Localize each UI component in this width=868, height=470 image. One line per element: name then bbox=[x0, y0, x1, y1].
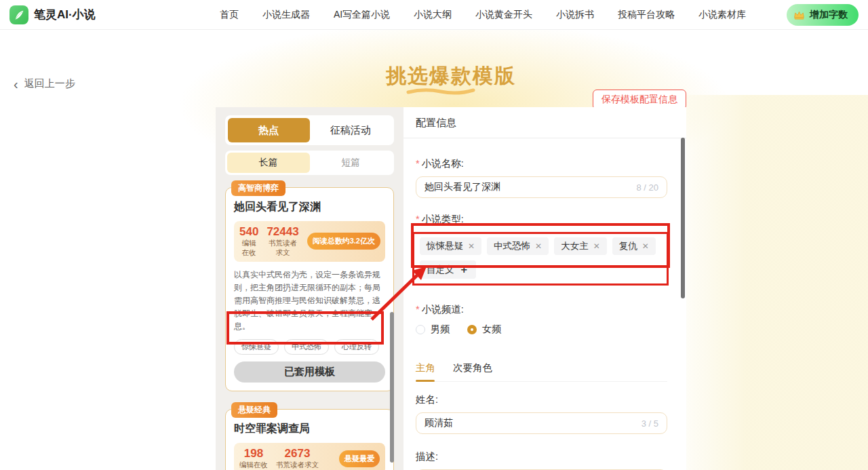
card-title: 她回头看见了深渊 bbox=[234, 200, 385, 214]
channel-label: 小说频道: bbox=[422, 304, 464, 315]
title-block: 挑选爆款模版 bbox=[216, 62, 686, 90]
type-tag-thriller[interactable]: 惊悚悬疑 ✕ bbox=[420, 237, 481, 255]
card-badge: 高智商博弈 bbox=[231, 180, 285, 196]
remove-tag-icon[interactable]: ✕ bbox=[642, 241, 649, 251]
card-stats: 198 编辑在收 2673 书荒读者求文 悬疑最爱 bbox=[234, 443, 385, 470]
card-tags: 惊悚悬疑 中式恐怖 心理反转 bbox=[234, 339, 385, 355]
stat-editors: 540 编辑在收 bbox=[239, 225, 258, 258]
novel-name-field: *小说名称: 她回头看见了深渊 8 / 20 bbox=[416, 157, 667, 198]
type-tag-chinese-horror[interactable]: 中式恐怖 ✕ bbox=[487, 237, 549, 255]
feather-logo-icon bbox=[9, 5, 28, 24]
radio-female-channel[interactable]: 女频 bbox=[467, 324, 501, 336]
tab-hot[interactable]: 热点 bbox=[228, 118, 310, 142]
back-link-label: 返回上一步 bbox=[24, 77, 75, 90]
novel-name-label: 小说名称: bbox=[422, 158, 464, 169]
config-panel: 配置信息 *小说名称: 她回头看见了深渊 8 / 20 bbox=[403, 107, 686, 470]
card-stats: 540 编辑在收 72443 书荒读者求文 阅读总数约3.2亿次 bbox=[234, 221, 385, 262]
config-panel-title: 配置信息 bbox=[403, 107, 686, 138]
required-mark: * bbox=[416, 304, 420, 315]
length-tabs: 长篇 短篇 bbox=[225, 151, 394, 175]
tab-secondary-roles[interactable]: 次要角色 bbox=[453, 361, 492, 374]
back-link[interactable]: ‹ 返回上一步 bbox=[14, 77, 75, 90]
card-badge: 悬疑经典 bbox=[231, 402, 277, 418]
template-list-panel: 热点 征稿活动 长篇 短篇 高智商博弈 她回头看见了深渊 540 编辑 bbox=[216, 107, 403, 470]
character-name-label: 姓名: bbox=[416, 393, 667, 406]
card-tag: 心理反转 bbox=[334, 339, 379, 355]
card-tag: 中式恐怖 bbox=[284, 339, 329, 355]
template-card-1[interactable]: 高智商博弈 她回头看见了深渊 540 编辑在收 72443 书荒读者求文 bbox=[225, 187, 394, 391]
channel-field: *小说频道: 男频 女频 bbox=[416, 303, 667, 336]
primary-tabs: 热点 征稿活动 bbox=[225, 115, 394, 145]
nav-novel-generator[interactable]: 小说生成器 bbox=[262, 9, 310, 21]
type-annotation-box: 惊悚悬疑 ✕ 中式恐怖 ✕ 大女主 ✕ bbox=[412, 232, 669, 286]
remove-tag-icon[interactable]: ✕ bbox=[535, 241, 542, 251]
nav-book-breakdown[interactable]: 小说拆书 bbox=[556, 9, 594, 21]
title-underline-squiggle bbox=[406, 87, 476, 95]
page: 笔灵AI·小说 首页 小说生成器 AI写全篇小说 小说大纲 小说黄金开头 小说拆… bbox=[0, 0, 868, 470]
chevron-left-icon: ‹ bbox=[14, 79, 18, 89]
left-panel-scrollbar[interactable] bbox=[390, 312, 394, 463]
character-desc-field: 描述: 女主顾清茹回到老宅参加亲人葬礼，发现家族秘密与多起命案有关，真相逐步揭开… bbox=[416, 450, 667, 470]
nav-ai-full-novel[interactable]: AI写全篇小说 bbox=[334, 9, 390, 21]
required-mark: * bbox=[416, 214, 420, 224]
page-title: 挑选爆款模版 bbox=[386, 62, 516, 90]
nav-submission-guide[interactable]: 投稿平台攻略 bbox=[618, 9, 675, 21]
radio-unchecked-icon[interactable] bbox=[416, 325, 425, 334]
add-words-button[interactable]: 增加字数 bbox=[787, 4, 859, 26]
applied-template-button[interactable]: 已套用模板 bbox=[234, 361, 385, 383]
top-navigation-bar: 笔灵AI·小说 首页 小说生成器 AI写全篇小说 小说大纲 小说黄金开头 小说拆… bbox=[0, 0, 868, 30]
novel-type-field: *小说类型: 惊悚悬疑 ✕ 中式恐怖 bbox=[416, 213, 667, 286]
character-name-input[interactable]: 顾清茹 3 / 5 bbox=[416, 412, 667, 434]
nav-novel-outline[interactable]: 小说大纲 bbox=[414, 9, 452, 21]
main-column: 挑选爆款模版 保存模板配置信息 热点 征稿活动 长篇 短篇 bbox=[216, 62, 686, 470]
tab-long-form[interactable]: 长篇 bbox=[227, 153, 310, 173]
tab-call-for-papers[interactable]: 征稿活动 bbox=[310, 118, 392, 142]
stat-editors: 198 编辑在收 bbox=[239, 447, 268, 470]
content-area: ‹ 返回上一步 挑选爆款模版 保存模板配置信息 热点 征稿活动 bbox=[0, 62, 868, 470]
novel-type-label: 小说类型: bbox=[422, 214, 464, 224]
required-mark: * bbox=[416, 158, 420, 169]
radio-checked-icon[interactable] bbox=[467, 325, 477, 334]
card-description: 以真实中式民俗为壳，设定一条条诡异规则，把主角团扔进无限循环的副本；每局需用高智… bbox=[234, 269, 385, 334]
type-tag-revenge[interactable]: 复仇 ✕ bbox=[612, 237, 656, 255]
type-tag-heroine[interactable]: 大女主 ✕ bbox=[554, 237, 607, 255]
stat-readers: 2673 书荒读者求文 bbox=[276, 447, 319, 470]
tab-protagonist[interactable]: 主角 bbox=[416, 361, 435, 374]
main-nav: 首页 小说生成器 AI写全篇小说 小说大纲 小说黄金开头 小说拆书 投稿平台攻略… bbox=[179, 9, 787, 21]
template-card-2[interactable]: 悬疑经典 时空罪案调查局 198 编辑在收 2673 书荒读者求文 悬疑最 bbox=[225, 409, 394, 470]
config-form: *小说名称: 她回头看见了深渊 8 / 20 *小说类型: bbox=[416, 138, 667, 470]
card-tag: 惊悚悬疑 bbox=[234, 339, 279, 355]
role-tabs: 主角 次要角色 bbox=[416, 361, 667, 382]
char-counter: 3 / 5 bbox=[642, 418, 658, 429]
tab-short-form[interactable]: 短篇 bbox=[310, 153, 393, 173]
remove-tag-icon[interactable]: ✕ bbox=[468, 241, 475, 251]
char-counter: 8 / 20 bbox=[636, 182, 658, 193]
nav-golden-opening[interactable]: 小说黄金开头 bbox=[475, 9, 532, 21]
radio-male-channel[interactable]: 男频 bbox=[416, 324, 450, 336]
character-desc-label: 描述: bbox=[416, 450, 667, 463]
add-words-label: 增加字数 bbox=[810, 9, 848, 21]
panels: 热点 征稿活动 长篇 短篇 高智商博弈 她回头看见了深渊 540 编辑 bbox=[216, 107, 686, 470]
remove-tag-icon[interactable]: ✕ bbox=[593, 241, 600, 251]
nav-material-library[interactable]: 小说素材库 bbox=[698, 9, 746, 21]
brand: 笔灵AI·小说 bbox=[9, 5, 179, 24]
card-title: 时空罪案调查局 bbox=[234, 422, 385, 436]
config-panel-scrollbar[interactable] bbox=[681, 138, 685, 298]
character-name-field: 姓名: 顾清茹 3 / 5 bbox=[416, 393, 667, 434]
add-custom-tag-button[interactable]: 自定义 ＋ bbox=[420, 260, 476, 279]
brand-name: 笔灵AI·小说 bbox=[34, 7, 96, 22]
crown-icon bbox=[793, 10, 805, 20]
novel-name-input[interactable]: 她回头看见了深渊 8 / 20 bbox=[416, 176, 667, 198]
favorite-badge: 悬疑最爱 bbox=[339, 450, 380, 467]
stat-readers: 72443 书荒读者求文 bbox=[267, 225, 298, 258]
plus-icon: ＋ bbox=[459, 263, 469, 276]
nav-home[interactable]: 首页 bbox=[220, 9, 239, 21]
reads-badge: 阅读总数约3.2亿次 bbox=[307, 233, 380, 250]
